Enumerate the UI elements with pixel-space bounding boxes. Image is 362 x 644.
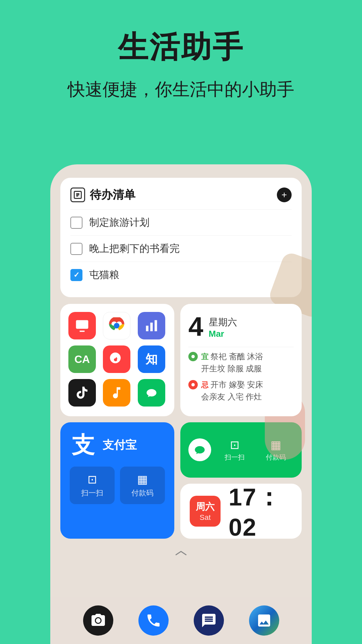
- todo-checkbox-3[interactable]: [70, 269, 82, 281]
- calendar-widget: 4 星期六 Mar 宜祭祀 斋醮 沐浴开生坟 除服 成服: [180, 304, 302, 416]
- green-app-icon[interactable]: CA: [68, 345, 96, 373]
- calendar-date-info: 星期六 Mar: [209, 313, 237, 339]
- analytics-app-icon[interactable]: [138, 312, 165, 339]
- app-grid: CA 知: [68, 312, 166, 407]
- app-subtitle: 快速便捷，你生活中的小助手: [0, 78, 362, 101]
- bad-badge: [188, 380, 198, 389]
- wechat-logo-icon: [188, 438, 211, 461]
- todo-header: 待办清单 +: [70, 187, 292, 203]
- bad-activities-text: 忌开市 嫁娶 安床会亲友 入宅 作灶: [201, 379, 263, 403]
- wechat-scan-label: 扫一扫: [217, 453, 252, 462]
- calendar-good-activity: 宜祭祀 斋醮 沐浴开生坟 除服 成服: [188, 351, 294, 375]
- todo-add-button[interactable]: +: [277, 187, 292, 202]
- calendar-bad-activity: 忌开市 嫁娶 安床会亲友 入宅 作灶: [188, 379, 294, 403]
- calendar-date-header: 4 星期六 Mar: [188, 313, 294, 340]
- alipay-logo-text: 支: [72, 430, 95, 461]
- todo-widget: 待办清单 + 制定旅游计划 晚上把剩下的书看完 屯猫粮: [60, 178, 302, 297]
- middle-widgets-row: CA 知: [60, 304, 302, 416]
- chrome-app-icon[interactable]: [103, 312, 130, 339]
- zhihu-app-icon[interactable]: 知: [138, 345, 165, 373]
- time-day-chinese: 周六: [196, 500, 215, 513]
- header-section: 生活助手 快速便捷，你生活中的小助手: [0, 0, 362, 101]
- music-app-icon[interactable]: [103, 379, 130, 407]
- app-icon-tv[interactable]: [68, 312, 96, 339]
- todo-text-1: 制定旅游计划: [89, 216, 149, 229]
- svg-rect-9: [150, 323, 153, 331]
- bad-badge-dot: [191, 383, 195, 386]
- svg-rect-4: [76, 320, 88, 329]
- todo-item-3: 屯猫粮: [70, 262, 292, 288]
- app-title: 生活助手: [0, 27, 362, 68]
- phone-mockup: 待办清单 + 制定旅游计划 晚上把剩下的书看完 屯猫粮: [50, 164, 312, 644]
- phone-dock-icon[interactable]: [138, 605, 169, 636]
- phone-frame: 待办清单 + 制定旅游计划 晚上把剩下的书看完 屯猫粮: [50, 164, 312, 644]
- todo-checkbox-2[interactable]: [70, 243, 82, 255]
- todo-item-1: 制定旅游计划: [70, 209, 292, 235]
- good-activities-text: 宜祭祀 斋醮 沐浴开生坟 除服 成服: [201, 351, 263, 375]
- gallery-dock-icon[interactable]: [249, 605, 279, 636]
- app-grid-widget: CA 知: [60, 304, 174, 416]
- alipay-pay-button[interactable]: ▦ 付款码: [120, 467, 165, 504]
- weibo-app-icon[interactable]: [103, 345, 130, 373]
- wechat-scan-button[interactable]: ⊡ 扫一扫: [217, 438, 252, 462]
- svg-rect-10: [155, 320, 157, 331]
- todo-checkbox-1[interactable]: [70, 217, 82, 229]
- alipay-actions: ⊡ 扫一扫 ▦ 付款码: [70, 467, 165, 504]
- time-day-badge: 周六 Sat: [190, 496, 221, 527]
- alipay-pay-icon: ▦: [123, 473, 162, 486]
- svg-rect-8: [146, 326, 148, 331]
- time-display: 17：02: [229, 484, 292, 539]
- good-badge-dot: [191, 355, 195, 358]
- time-day-english: Sat: [196, 513, 215, 522]
- svg-point-11: [96, 618, 101, 623]
- alipay-header: 支 支付宝: [70, 432, 165, 459]
- wechat-grid-icon[interactable]: [138, 379, 165, 407]
- todo-list-icon: [70, 187, 85, 202]
- alipay-pay-label: 付款码: [123, 488, 162, 498]
- todo-header-left: 待办清单: [70, 187, 135, 203]
- calendar-date-number: 4: [188, 313, 203, 340]
- todo-item-2: 晚上把剩下的书看完: [70, 235, 292, 262]
- alipay-scan-button[interactable]: ⊡ 扫一扫: [70, 467, 115, 504]
- calendar-weekday: 星期六: [209, 316, 237, 329]
- wechat-scan-icon: ⊡: [217, 438, 252, 451]
- alipay-name: 支付宝: [103, 437, 137, 453]
- alipay-logo-icon: 支: [70, 432, 97, 459]
- calendar-month: Mar: [209, 329, 237, 339]
- todo-text-3: 屯猫粮: [89, 268, 119, 282]
- todo-text-2: 晚上把剩下的书看完: [89, 242, 180, 256]
- alipay-widget: 支 支付宝 ⊡ 扫一扫 ▦ 付款码: [60, 422, 174, 539]
- tiktok-app-icon[interactable]: [68, 379, 96, 407]
- alipay-scan-label: 扫一扫: [73, 488, 111, 498]
- todo-title: 待办清单: [90, 187, 135, 203]
- alipay-scan-icon: ⊡: [73, 473, 111, 486]
- message-dock-icon[interactable]: [194, 605, 224, 636]
- scroll-indicator: [60, 545, 302, 562]
- time-widget: 周六 Sat 17：02: [180, 484, 302, 539]
- camera-dock-icon[interactable]: [83, 605, 113, 636]
- app-dock: [50, 597, 312, 644]
- calendar-divider: [188, 347, 294, 347]
- good-badge: [188, 352, 198, 361]
